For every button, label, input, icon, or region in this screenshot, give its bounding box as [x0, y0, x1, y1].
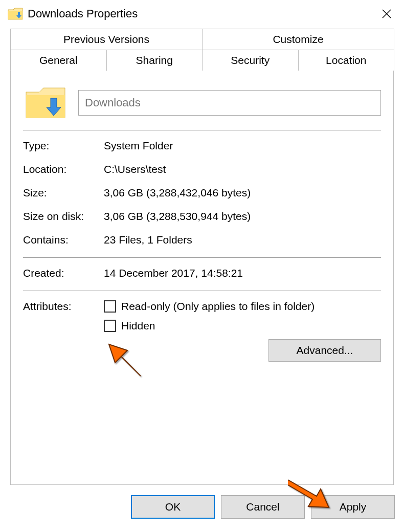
- tab-previous-versions[interactable]: Previous Versions: [10, 29, 203, 50]
- divider: [23, 257, 381, 258]
- hidden-checkbox[interactable]: [104, 320, 116, 332]
- created-value: 14 December 2017, 14:58:21: [104, 267, 381, 279]
- size-on-disk-value: 3,06 GB (3,288,530,944 bytes): [104, 210, 381, 223]
- readonly-checkbox[interactable]: [104, 300, 116, 313]
- contains-label: Contains:: [23, 234, 104, 246]
- size-on-disk-label: Size on disk:: [23, 210, 104, 223]
- size-value: 3,06 GB (3,288,432,046 bytes): [104, 187, 381, 199]
- advanced-button[interactable]: Advanced...: [268, 339, 381, 362]
- created-label: Created:: [23, 267, 104, 279]
- tab-customize[interactable]: Customize: [202, 29, 394, 50]
- folder-icon-small: [7, 6, 24, 22]
- close-icon: [381, 9, 392, 19]
- folder-icon-large: [23, 83, 68, 123]
- general-panel: Type: System Folder Location: C:\Users\t…: [10, 71, 394, 485]
- readonly-label: Read-only (Only applies to files in fold…: [121, 300, 315, 313]
- divider: [23, 291, 381, 291]
- tab-location[interactable]: Location: [298, 50, 395, 71]
- hidden-label: Hidden: [121, 320, 155, 332]
- contains-value: 23 Files, 1 Folders: [104, 234, 381, 246]
- tab-sharing[interactable]: Sharing: [106, 50, 203, 71]
- close-button[interactable]: [376, 4, 397, 24]
- attributes-label: Attributes:: [23, 300, 104, 313]
- tab-security[interactable]: Security: [202, 50, 299, 71]
- tab-general[interactable]: General: [10, 50, 107, 71]
- window-title: Downloads Properties: [28, 7, 376, 20]
- ok-button[interactable]: OK: [131, 495, 215, 519]
- titlebar: Downloads Properties: [0, 0, 404, 29]
- size-label: Size:: [23, 187, 104, 199]
- type-label: Type:: [23, 140, 104, 152]
- apply-button[interactable]: Apply: [311, 495, 395, 519]
- type-value: System Folder: [104, 140, 381, 152]
- button-bar: OK Cancel Apply: [0, 488, 404, 532]
- location-value: C:\Users\test: [104, 163, 381, 175]
- tabs: Previous Versions Customize General Shar…: [10, 29, 394, 71]
- divider: [23, 130, 381, 130]
- folder-name-input[interactable]: [78, 90, 381, 116]
- location-label: Location:: [23, 163, 104, 175]
- cancel-button[interactable]: Cancel: [221, 495, 305, 519]
